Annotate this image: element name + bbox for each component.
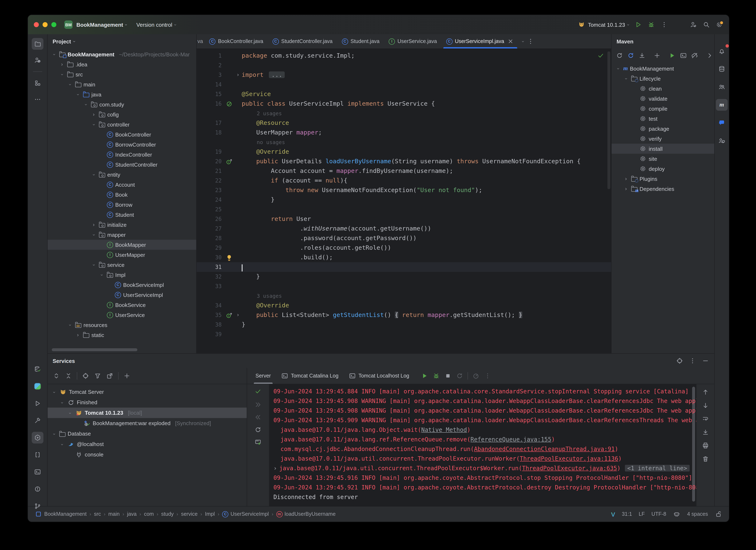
project-item-bookservice[interactable]: IBookService: [48, 300, 196, 310]
breadcrumb-item-com[interactable]: com: [144, 511, 154, 517]
project-tree[interactable]: ›BookManagement~/Desktop/Projects/Book-M…: [48, 48, 196, 353]
usages-hint[interactable]: 3 usages: [242, 293, 282, 299]
tree-chevron-icon[interactable]: ›: [83, 101, 89, 107]
project-toolwindow[interactable]: [32, 38, 43, 50]
maven-item-deploy[interactable]: deploy: [612, 164, 714, 174]
tree-chevron-icon[interactable]: ›: [91, 262, 97, 268]
tree-chevron-icon[interactable]: ›: [59, 400, 65, 405]
console-tab-server[interactable]: Server: [251, 368, 275, 384]
caret-position[interactable]: 31:1: [622, 511, 632, 517]
maven-item-clean[interactable]: clean: [612, 83, 714, 93]
project-item-cofig[interactable]: ›cofig: [48, 109, 196, 119]
project-item-idea[interactable]: ›.idea: [48, 59, 196, 69]
lock-open-icon[interactable]: [715, 510, 722, 518]
minimize-window-button[interactable]: [43, 22, 48, 27]
pull-requests-toolwindow[interactable]: ?: [32, 54, 43, 66]
terminal-toolwindow[interactable]: [32, 466, 43, 478]
maven-item-site[interactable]: site: [612, 154, 714, 164]
project-item-account[interactable]: CAccount: [48, 179, 196, 189]
tab-studentcontroller-java[interactable]: CStudentController.java: [268, 34, 337, 48]
services-item-finished[interactable]: ›Finished: [48, 397, 247, 408]
more-toolwindows[interactable]: [32, 93, 43, 105]
project-item-src[interactable]: ›src: [48, 69, 196, 79]
project-item-book[interactable]: CBook: [48, 189, 196, 199]
tree-chevron-icon[interactable]: ›: [623, 76, 629, 81]
tree-chevron-icon[interactable]: ›: [75, 91, 81, 97]
scrollend-icon[interactable]: [702, 429, 709, 436]
tree-chevron-icon[interactable]: ›: [59, 61, 65, 67]
stacktrace-link[interactable]: ThreadPoolExecutor.java:1136: [520, 455, 618, 462]
tab-options-icon[interactable]: [527, 38, 535, 45]
project-item-userserviceimpl[interactable]: CUserServiceImpl: [48, 290, 196, 300]
maven-toolwindow[interactable]: m: [716, 99, 728, 111]
term-run-icon[interactable]: [680, 52, 687, 59]
notifications[interactable]: [716, 45, 728, 57]
refresh-icon[interactable]: [616, 52, 623, 59]
console-log[interactable]: 09-Jun-2024 13:29:45.884 INFO [main] org…: [269, 384, 696, 506]
project-item-bookmanagement[interactable]: ›BookManagement~/Desktop/Projects/Book-M…: [48, 49, 196, 59]
tree-chevron-icon[interactable]: ›: [67, 81, 73, 87]
cloud-off-icon[interactable]: [691, 52, 698, 59]
target-icon[interactable]: [676, 357, 683, 365]
gradle-people-toolwindow[interactable]: [716, 81, 728, 93]
project-item-controller[interactable]: ›controller: [48, 119, 196, 129]
tree-chevron-icon[interactable]: ›: [91, 172, 97, 177]
stacktrace-link[interactable]: ReferenceQueue.java:155: [470, 436, 551, 443]
tree-chevron-icon[interactable]: ›: [75, 332, 81, 338]
maven-item-install[interactable]: install: [612, 144, 714, 154]
breadcrumb-item-loaduserbyusername[interactable]: mloadUserByUsername: [276, 511, 336, 517]
vcs-widget[interactable]: Version control ›: [136, 21, 176, 28]
tree-chevron-icon[interactable]: ›: [91, 222, 97, 227]
maven-tree[interactable]: ›mBookManagement›Lifecyclecleanvalidatec…: [612, 63, 714, 353]
tree-chevron-icon[interactable]: ›: [59, 441, 65, 447]
horizontal-scrollbar[interactable]: [52, 348, 137, 351]
project-widget[interactable]: BookManagement ›: [76, 21, 127, 28]
console-tab-tomcat-catalina-log[interactable]: Tomcat Catalina Log: [277, 368, 343, 384]
project-item-bookmapper[interactable]: IBookMapper: [48, 240, 196, 250]
expand-icon[interactable]: [53, 372, 60, 380]
frame-down-icon[interactable]: [254, 439, 262, 446]
tree-chevron-icon[interactable]: ›: [67, 322, 73, 328]
version-control-toolwindow[interactable]: [32, 500, 43, 512]
collapse-icon[interactable]: [65, 372, 72, 380]
maven-item-verify[interactable]: verify: [612, 134, 714, 144]
database-changes-toolwindow[interactable]: [32, 363, 43, 375]
tree-chevron-icon[interactable]: ›: [615, 66, 621, 71]
tree-chevron-icon[interactable]: ›: [51, 389, 57, 395]
breadcrumb-item-service[interactable]: service: [181, 511, 197, 517]
code-with-me-button[interactable]: [690, 21, 697, 28]
filter-icon[interactable]: [94, 372, 101, 380]
project-item-impl[interactable]: ›Impl: [48, 270, 196, 280]
fold-marker[interactable]: ›: [234, 70, 242, 80]
project-item-student[interactable]: CStudent: [48, 210, 196, 220]
build-toolwindow[interactable]: [32, 415, 43, 426]
close-window-button[interactable]: [34, 22, 39, 27]
target-icon[interactable]: [82, 372, 89, 380]
up-icon[interactable]: [702, 388, 709, 396]
open-new-icon[interactable]: [106, 372, 114, 380]
tree-chevron-icon[interactable]: ›: [59, 71, 65, 77]
plugin-mascot-toolwindow[interactable]: [32, 381, 43, 392]
project-item-initialize[interactable]: ›initialize: [48, 220, 196, 230]
zoom-window-button[interactable]: [51, 22, 56, 27]
services-item-console[interactable]: console: [48, 449, 247, 460]
project-item-borrow[interactable]: CBorrow: [48, 199, 196, 210]
tree-chevron-icon[interactable]: ›: [623, 186, 629, 192]
services-item-bookmanagement-war-exploded[interactable]: BookManagement:war exploded[Synchronized…: [48, 418, 247, 429]
dots-v-icon[interactable]: [689, 357, 696, 365]
chev-r-icon[interactable]: [706, 52, 713, 59]
project-panel-header[interactable]: Project ›: [48, 34, 196, 48]
skipf-icon[interactable]: [254, 401, 262, 409]
tree-chevron-icon[interactable]: ›: [51, 51, 57, 57]
ai-chat-toolwindow[interactable]: [716, 117, 728, 129]
dots-v-icon[interactable]: [484, 372, 492, 380]
maven-item-test[interactable]: test: [612, 114, 714, 124]
maven-item-plugins[interactable]: ›Plugins: [612, 174, 714, 184]
tree-chevron-icon[interactable]: ›: [91, 111, 97, 117]
tree-chevron-icon[interactable]: ›: [51, 431, 57, 437]
structure-toolwindow[interactable]: [32, 77, 43, 89]
run-toolwindow[interactable]: [32, 398, 43, 409]
implements-gutter-icon[interactable]: I: [225, 311, 233, 319]
usages-hint[interactable]: no usages: [242, 139, 285, 145]
project-item-borrowcontroller[interactable]: CBorrowController: [48, 139, 196, 149]
